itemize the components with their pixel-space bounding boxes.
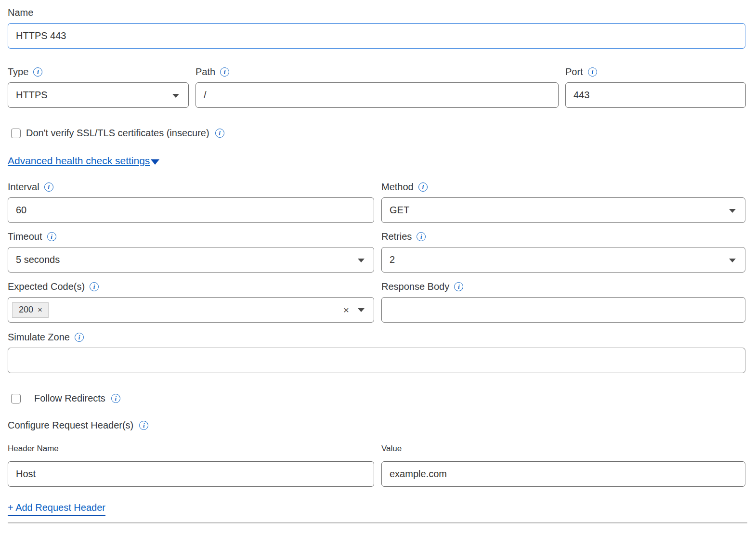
retries-label: Retries i <box>381 231 745 242</box>
follow-redirects-label: Follow Redirects <box>34 393 105 404</box>
method-select[interactable]: GET <box>381 197 745 223</box>
name-input[interactable] <box>8 23 745 49</box>
port-label-text: Port <box>565 66 583 78</box>
codes-body-row: Expected Code(s) i 200 × × Response Body… <box>8 281 745 323</box>
path-label-text: Path <box>196 66 215 78</box>
info-icon[interactable]: i <box>111 394 120 403</box>
timeout-label-text: Timeout <box>8 231 42 242</box>
divider <box>8 522 747 523</box>
retries-select-value: 2 <box>390 254 395 265</box>
verify-ssl-row: Don't verify SSL/TLS certificates (insec… <box>8 128 745 139</box>
timeout-label: Timeout i <box>8 231 374 242</box>
chevron-down-icon <box>729 259 736 262</box>
simulate-zone-input[interactable] <box>8 348 745 373</box>
simulate-zone-label: Simulate Zone i <box>8 331 745 343</box>
name-label: Name <box>8 7 745 18</box>
header-value-label: Value <box>381 443 745 454</box>
simulate-zone-label-text: Simulate Zone <box>8 331 70 343</box>
verify-ssl-label: Don't verify SSL/TLS certificates (insec… <box>26 128 209 139</box>
chevron-down-icon <box>729 209 736 213</box>
info-icon[interactable]: i <box>220 67 229 77</box>
type-select-value: HTTPS <box>16 90 48 101</box>
multiselect-controls: × <box>343 298 365 322</box>
simulate-zone-field: Simulate Zone i <box>8 331 745 373</box>
expected-codes-field: Expected Code(s) i 200 × × <box>8 281 374 323</box>
header-name-input[interactable] <box>8 461 374 487</box>
header-value-field: Value <box>381 443 745 487</box>
path-label: Path i <box>196 66 559 78</box>
interval-field: Interval i <box>8 181 374 223</box>
info-icon[interactable]: i <box>417 232 426 241</box>
timeout-field: Timeout i 5 seconds <box>8 231 374 273</box>
info-icon[interactable]: i <box>33 67 42 77</box>
response-body-field: Response Body i <box>381 281 745 323</box>
chevron-down-icon[interactable] <box>358 308 365 312</box>
follow-redirects-row: Follow Redirects i <box>8 393 745 404</box>
retries-field: Retries i 2 <box>381 231 745 273</box>
info-icon[interactable]: i <box>588 67 597 77</box>
timeout-retries-row: Timeout i 5 seconds Retries i 2 <box>8 231 745 273</box>
info-icon[interactable]: i <box>75 333 84 342</box>
type-path-port-row: Type i HTTPS Path i Port i <box>8 66 745 108</box>
info-icon[interactable]: i <box>44 182 53 192</box>
header-name-field: Header Name <box>8 443 374 487</box>
request-headers-title-text: Configure Request Header(s) <box>8 419 133 431</box>
path-input[interactable] <box>196 82 559 108</box>
timeout-select[interactable]: 5 seconds <box>8 247 374 273</box>
header-value-input[interactable] <box>381 461 745 487</box>
interval-method-row: Interval i Method i GET <box>8 181 745 223</box>
chevron-down-icon <box>172 94 179 98</box>
info-icon[interactable]: i <box>454 282 463 291</box>
method-select-value: GET <box>390 205 409 216</box>
info-icon[interactable]: i <box>139 421 148 430</box>
retries-select[interactable]: 2 <box>381 247 745 273</box>
advanced-settings-link[interactable]: Advanced health check settings <box>8 155 150 167</box>
port-field: Port i <box>565 66 746 108</box>
advanced-settings-row: Advanced health check settings <box>8 155 745 167</box>
info-icon[interactable]: i <box>90 282 99 291</box>
port-label: Port i <box>565 66 746 78</box>
method-field: Method i GET <box>381 181 745 223</box>
method-label-text: Method <box>381 181 414 193</box>
request-header-row: Header Name Value <box>8 443 745 487</box>
expected-codes-label-text: Expected Code(s) <box>8 281 85 292</box>
expected-code-tag: 200 × <box>12 302 49 318</box>
info-icon[interactable]: i <box>47 232 56 241</box>
type-label-text: Type <box>8 66 28 78</box>
interval-input[interactable] <box>8 197 374 223</box>
type-select[interactable]: HTTPS <box>8 82 189 108</box>
response-body-label-text: Response Body <box>381 281 449 292</box>
health-check-form: Name Type i HTTPS Path i Port i <box>8 7 745 523</box>
add-request-header-row: + Add Request Header <box>8 502 745 516</box>
info-icon[interactable]: i <box>418 182 428 192</box>
interval-label-text: Interval <box>8 181 39 193</box>
response-body-input[interactable] <box>381 297 745 323</box>
clear-icon[interactable]: × <box>343 305 349 315</box>
port-input[interactable] <box>565 82 746 108</box>
expected-codes-multiselect[interactable]: 200 × × <box>8 297 374 323</box>
chevron-down-icon <box>358 259 365 262</box>
retries-label-text: Retries <box>381 231 412 242</box>
chevron-down-icon <box>151 159 159 165</box>
request-headers-section-title: Configure Request Header(s) i <box>8 419 745 431</box>
info-icon[interactable]: i <box>215 129 224 138</box>
method-label: Method i <box>381 181 745 193</box>
path-field: Path i <box>196 66 559 108</box>
name-label-text: Name <box>8 7 33 18</box>
follow-redirects-checkbox[interactable] <box>11 394 21 403</box>
header-name-label: Header Name <box>8 443 374 454</box>
interval-label: Interval i <box>8 181 374 193</box>
verify-ssl-checkbox[interactable] <box>11 129 21 138</box>
expected-code-tag-value: 200 <box>19 305 33 315</box>
type-label: Type i <box>8 66 189 78</box>
timeout-select-value: 5 seconds <box>16 254 60 265</box>
expected-codes-label: Expected Code(s) i <box>8 281 374 292</box>
response-body-label: Response Body i <box>381 281 745 292</box>
type-field: Type i HTTPS <box>8 66 189 108</box>
tag-remove-icon[interactable]: × <box>38 306 42 314</box>
add-request-header-link[interactable]: + Add Request Header <box>8 502 105 516</box>
